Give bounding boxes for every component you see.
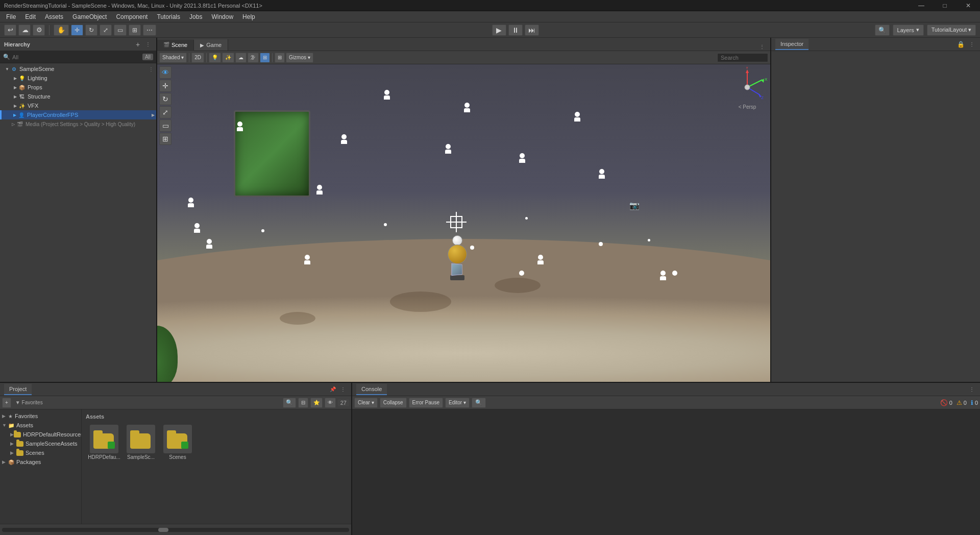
menu-jobs[interactable]: Jobs [185,12,206,21]
scene-gizmos-button[interactable]: Gizmos ▾ [286,53,313,63]
assets-tree-label: Assets [16,422,33,428]
tree-item-structure[interactable]: ▶ 🏗 Structure [0,92,156,101]
close-button[interactable]: ✕ [957,0,980,11]
tree-item-playercontrollerfps[interactable]: ▶ 👤 PlayerControllerFPS ▶ [0,110,156,119]
menu-window[interactable]: Window [207,12,237,21]
hierarchy-search-input[interactable] [12,54,140,60]
settings-button[interactable]: ⚙ [33,25,45,36]
project-search-button[interactable]: 🔍 [283,398,296,408]
project-sidebar: ▶ ★ Favorites ▼ 📁 Assets ▶ HDRPDefaultRe… [0,409,82,524]
scene-tool-3[interactable]: ↻ [159,93,172,105]
svg-point-6 [745,85,750,90]
custom-tool[interactable]: ⋯ [143,25,156,36]
tree-label-samplescene: SampleScene [19,66,147,72]
hierarchy-menu-button[interactable]: ⋮ [144,40,152,48]
console-collapse-button[interactable]: Collapse [380,398,407,408]
inspector-menu-button[interactable]: ⋮ [968,40,976,48]
scene-fog-button[interactable]: 🌫 [248,53,259,63]
scene-panel-menu[interactable]: ⋮ [758,42,766,51]
inspector-tab[interactable]: Inspector [775,39,808,50]
editor-label: Editor ▾ [449,400,466,405]
layers-chevron: ▾ [916,27,919,33]
maximize-button[interactable]: □ [933,0,957,11]
scene-grid-button[interactable]: ⊞ [275,53,285,63]
asset-item-hdrp[interactable]: HDRPDefau... [88,425,120,460]
scene-skybox-button[interactable]: ☁ [235,53,247,63]
project-star-button[interactable]: ⭐ [310,398,323,408]
tree-item-samplescene[interactable]: ▼ ⚙ SampleScene ⋮ [0,64,156,74]
scene-lighting-button[interactable]: 💡 [209,53,221,63]
hierarchy-add-button[interactable]: + [134,40,142,48]
scene-2d-button[interactable]: 2D [191,53,204,63]
inspector-lock-icon[interactable]: 🔒 [957,41,965,48]
menu-edit[interactable]: Edit [21,12,40,21]
rotate-tool[interactable]: ↻ [85,25,97,36]
console-tab[interactable]: Console [356,384,387,395]
hierarchy-tab[interactable]: Hierarchy [4,41,30,47]
console-clear-button[interactable]: Clear ▾ [354,398,378,408]
asset-item-scenes[interactable]: Scenes [161,425,194,460]
main-layout: Hierarchy + ⋮ 🔍 All ▼ ⚙ SampleScene ⋮ [0,38,980,535]
scene-tool-1[interactable]: 👁 [159,66,172,79]
project-hdrp-item[interactable]: ▶ HDRPDefaultResources [0,430,81,439]
scene-tool-5[interactable]: ▭ [159,119,172,132]
svg-marker-1 [746,69,749,73]
scene-shading-dropdown[interactable]: Shaded ▾ [159,53,187,63]
dark-spot-3 [280,312,315,325]
scene-tab[interactable]: 🎬 Scene [157,40,194,51]
scale-tool[interactable]: ⤢ [100,25,112,36]
project-scrollbar[interactable] [0,524,351,535]
menu-component[interactable]: Component [112,12,152,21]
hand-tool[interactable]: ✋ [54,25,69,36]
tree-item-props[interactable]: ▶ 📦 Props [0,83,156,92]
menu-tutorials[interactable]: Tutorials [153,12,184,21]
pause-button[interactable]: ⏸ [508,25,523,36]
project-pin-button[interactable]: 📌 [329,385,337,394]
project-add-button[interactable]: + [2,398,11,408]
undo-button[interactable]: ↩ [4,25,16,36]
tree-item-vfx[interactable]: ▶ ✨ VFX [0,101,156,110]
scene-tool-6[interactable]: ⊞ [159,133,172,145]
scene-tool-2[interactable]: ✛ [159,80,172,92]
project-eye-button[interactable]: 👁 [325,398,336,408]
menu-file[interactable]: File [2,12,20,21]
project-samplescene-item[interactable]: ▶ SampleSceneAssets [0,439,81,448]
move-tool[interactable]: ✛ [71,25,83,36]
console-menu-button[interactable]: ⋮ [968,385,976,394]
transform-tool[interactable]: ⊞ [129,25,141,36]
move-gizmo [446,212,469,234]
layout-dropdown[interactable]: TutorialLayout ▾ [927,25,976,36]
game-tab[interactable]: ▶ Game [194,39,228,51]
packages-tree-label: Packages [16,459,41,465]
minimize-button[interactable]: — [910,0,933,11]
project-filter-button[interactable]: ⊟ [298,398,308,408]
console-search-button[interactable]: 🔍 [472,398,486,408]
scene-search-input[interactable] [717,53,768,62]
project-menu-button[interactable]: ⋮ [339,385,347,394]
project-tab[interactable]: Project [4,384,32,395]
search-button[interactable]: 🔍 [875,25,890,36]
rect-tool[interactable]: ▭ [114,25,127,36]
scene-tool-4[interactable]: ⤢ [159,106,172,118]
menu-assets[interactable]: Assets [41,12,67,21]
project-favorites-item[interactable]: ▶ ★ Favorites [0,411,81,421]
scene-fx-button[interactable]: ✨ [222,53,234,63]
scene-active-button[interactable]: ⊞ [260,53,270,63]
tree-item-media[interactable]: ▷ 🎬 Media (Project Settings > Quality > … [0,119,156,129]
console-errorpause-button[interactable]: Error Pause [409,398,443,408]
samplescene-options-btn[interactable]: ⋮ [147,65,155,73]
tree-item-lighting[interactable]: ▶ 💡 Lighting [0,74,156,83]
project-packages-item[interactable]: ▶ 📦 Packages [0,457,81,467]
console-editor-button[interactable]: Editor ▾ [445,398,470,408]
project-assets-item[interactable]: ▼ 📁 Assets [0,421,81,430]
scene-view[interactable]: 📷 [157,64,770,382]
cloud-button[interactable]: ☁ [18,25,31,36]
asset-item-samplesc[interactable]: SampleSc... [125,425,157,460]
layers-dropdown[interactable]: Layers ▾ [893,25,924,36]
menu-gameobject[interactable]: GameObject [68,12,111,21]
project-scenes-item[interactable]: ▶ Scenes [0,448,81,457]
menu-help[interactable]: Help [238,12,259,21]
crosshair-box [450,216,462,228]
play-button[interactable]: ▶ [492,25,506,36]
step-button[interactable]: ⏭ [525,25,539,36]
